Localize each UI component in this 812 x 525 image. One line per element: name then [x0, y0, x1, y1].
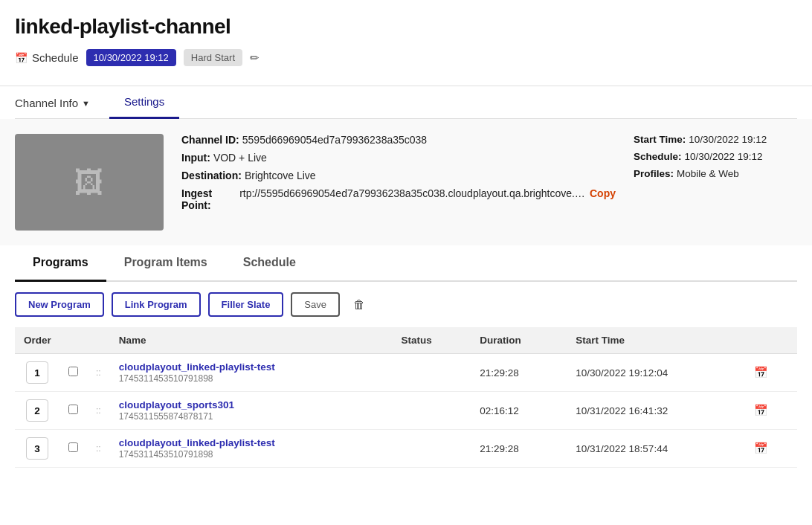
col-start-time: Start Time	[567, 327, 745, 354]
name-cell: cloudplayout_sports301 17453115558748781…	[110, 392, 393, 430]
destination-row: Destination: Brightcove Live	[181, 170, 616, 181]
destination-value: Brightcove Live	[245, 170, 316, 181]
start-time-cell: 10/30/2022 19:12:04	[567, 354, 745, 392]
row-checkbox[interactable]	[68, 405, 78, 414]
checkbox-cell[interactable]	[59, 392, 87, 430]
row-checkbox[interactable]	[68, 367, 78, 376]
checkbox-cell[interactable]	[59, 354, 87, 392]
calendar-action-cell[interactable]: 📅	[745, 392, 797, 430]
order-cell: 3	[15, 430, 59, 468]
table-header-row: Order Name Status Duration Start Time	[15, 327, 797, 354]
destination-label: Destination:	[181, 170, 242, 181]
link-program-button[interactable]: Link Program	[112, 292, 201, 317]
drag-handle[interactable]: ::	[87, 392, 110, 430]
channel-details: Channel ID: 5595d66969054ed7a79936238a35…	[181, 134, 616, 231]
programs-table: Order Name Status Duration Start Time 1 …	[15, 327, 797, 468]
right-channel-details: Start Time: 10/30/2022 19:12 Schedule: 1…	[634, 134, 797, 231]
tab-channel-info[interactable]: Channel Info ▼	[15, 88, 97, 118]
col-actions	[745, 327, 797, 354]
profiles-label: Profiles:	[634, 168, 674, 179]
channel-id-label: Channel ID:	[181, 134, 239, 146]
input-value: VOD + Live	[213, 152, 267, 164]
datetime-badge[interactable]: 10/30/2022 19:12	[86, 49, 176, 66]
input-row: Input: VOD + Live	[181, 152, 616, 164]
order-cell: 1	[15, 354, 59, 392]
schedule-label: Schedule	[32, 51, 79, 64]
tab-program-items[interactable]: Program Items	[106, 245, 225, 282]
chevron-down-icon: ▼	[82, 99, 90, 108]
programs-section: Programs Program Items Schedule New Prog…	[0, 245, 812, 468]
copy-button[interactable]: Copy	[590, 187, 616, 199]
col-duration: Duration	[471, 327, 567, 354]
calendar-action-cell[interactable]: 📅	[745, 354, 797, 392]
calendar-action-icon[interactable]: 📅	[754, 366, 768, 379]
duration-cell: 21:29:28	[471, 430, 567, 468]
input-label: Input:	[181, 152, 210, 164]
channel-id-value: 5595d66969054ed7a79936238a35c038	[242, 134, 427, 146]
schedule-detail-label: Schedule:	[634, 151, 682, 162]
program-id: 174531145351079189​8	[119, 373, 213, 384]
table-row: 2 :: cloudplayout_sports301 174531155587…	[15, 392, 797, 430]
order-cell: 2	[15, 392, 59, 430]
start-time-label: Start Time:	[634, 134, 686, 145]
table-row: 1 :: cloudplayout_linked-playlist-test 1…	[15, 354, 797, 392]
start-time-value: 10/30/2022 19:12	[689, 134, 767, 145]
checkbox-cell[interactable]	[59, 430, 87, 468]
drag-handle[interactable]: ::	[87, 354, 110, 392]
col-order: Order	[15, 327, 110, 354]
drag-handle[interactable]: ::	[87, 430, 110, 468]
calendar-action-icon[interactable]: 📅	[754, 404, 768, 416]
calendar-icon: 📅	[15, 52, 28, 64]
table-row: 3 :: cloudplayout_linked-playlist-test 1…	[15, 430, 797, 468]
col-status: Status	[392, 327, 471, 354]
program-name-link[interactable]: cloudplayout_sports301	[119, 399, 384, 410]
channel-info-panel: 🖼 Channel ID: 5595d66969054ed7a79936238a…	[0, 119, 812, 245]
duration-cell: 02:16:12	[471, 392, 567, 430]
status-cell	[392, 392, 471, 430]
profiles-row: Profiles: Mobile & Web	[634, 168, 797, 179]
program-name-link[interactable]: cloudplayout_linked-playlist-test	[119, 437, 384, 448]
ingest-row: Ingest Point: rtp://5595d66969054ed7a799…	[181, 187, 616, 211]
col-name: Name	[110, 327, 393, 354]
action-bar: New Program Link Program Filler Slate Sa…	[15, 282, 797, 327]
tab-schedule[interactable]: Schedule	[225, 245, 314, 282]
new-program-button[interactable]: New Program	[15, 292, 104, 317]
hard-start-badge: Hard Start	[184, 49, 242, 66]
schedule-bar: 📅 Schedule 10/30/2022 19:12 Hard Start ✏	[15, 49, 797, 66]
tab-settings[interactable]: Settings	[109, 86, 179, 119]
edit-icon[interactable]: ✏	[250, 51, 260, 65]
start-time-cell: 10/31/2022 18:57:44	[567, 430, 745, 468]
tab-programs[interactable]: Programs	[15, 245, 106, 282]
top-tabs-section: Channel Info ▼ Settings	[0, 86, 812, 119]
calendar-action-icon[interactable]: 📅	[754, 442, 768, 454]
thumbnail-placeholder: 🖼	[15, 134, 164, 231]
order-number: 2	[26, 399, 48, 422]
status-cell	[392, 430, 471, 468]
status-cell	[392, 354, 471, 392]
program-name-link[interactable]: cloudplayout_linked-playlist-test	[119, 361, 384, 373]
delete-button[interactable]: 🗑	[347, 294, 371, 316]
schedule-row: Schedule: 10/30/2022 19:12	[634, 151, 797, 162]
save-button[interactable]: Save	[291, 292, 340, 317]
profiles-value: Mobile & Web	[677, 168, 739, 179]
order-number: 3	[26, 437, 48, 460]
channel-info-label: Channel Info	[15, 97, 78, 109]
page-title: linked-playlist-channel	[15, 15, 797, 39]
start-time-cell: 10/31/2022 16:41:32	[567, 392, 745, 430]
filler-slate-button[interactable]: Filler Slate	[208, 292, 284, 317]
channel-id-row: Channel ID: 5595d66969054ed7a79936238a35…	[181, 134, 616, 146]
duration-cell: 21:29:28	[471, 354, 567, 392]
program-id: 174531155587487817​1	[119, 411, 213, 422]
calendar-action-cell[interactable]: 📅	[745, 430, 797, 468]
name-cell: cloudplayout_linked-playlist-test 174531…	[110, 430, 393, 468]
name-cell: cloudplayout_linked-playlist-test 174531…	[110, 354, 393, 392]
top-tabs-row: Channel Info ▼ Settings	[15, 86, 797, 119]
programs-tabs-row: Programs Program Items Schedule	[15, 245, 797, 282]
row-checkbox[interactable]	[68, 442, 78, 452]
ingest-value: rtp://5595d66969054ed7a79936238a35c038.c…	[239, 187, 585, 199]
order-number: 1	[26, 361, 48, 384]
page-header: linked-playlist-channel 📅 Schedule 10/30…	[0, 0, 812, 86]
ingest-label: Ingest Point:	[181, 187, 239, 211]
calendar-icon-wrapper: 📅 Schedule	[15, 51, 79, 64]
schedule-detail-value: 10/30/2022 19:12	[685, 151, 763, 162]
